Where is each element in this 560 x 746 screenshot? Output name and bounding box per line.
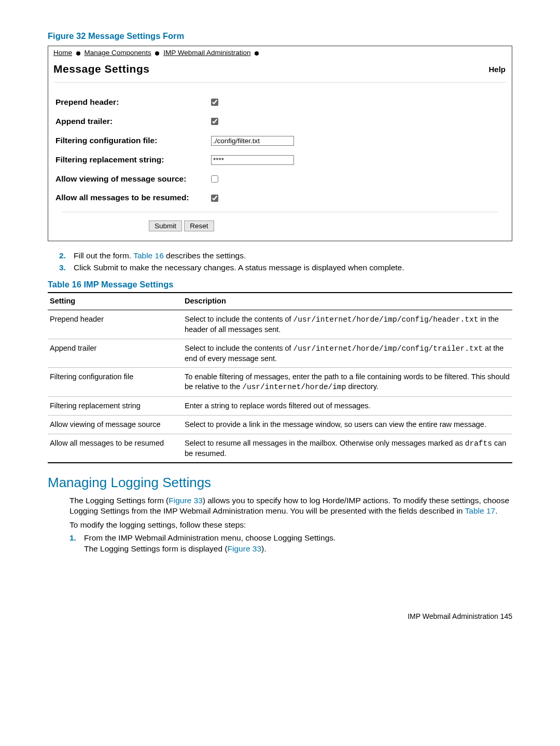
settings-table: Setting Description Prepend headerSelect… [48, 292, 512, 463]
table-row: Filtering replacement stringEnter a stri… [48, 397, 512, 416]
filter-file-label: Filtering configuration file: [55, 135, 211, 146]
submit-button[interactable]: Submit [149, 220, 182, 231]
step-1: 1. From the IMP Webmail Administration m… [69, 533, 512, 555]
step-text: Fill out the form. Table 16 describes th… [74, 251, 246, 261]
description-cell: Select to include the contents of /usr/i… [183, 339, 512, 368]
filter-file-input[interactable] [211, 136, 294, 146]
step-text: From the IMP Webmail Administration menu… [84, 533, 335, 555]
code-path: /usr/internet/horde/imp [242, 383, 346, 391]
view-source-label: Allow viewing of message source: [55, 174, 211, 185]
section-heading: Managing Logging Settings [48, 474, 512, 492]
table-row: Append trailerSelect to include the cont… [48, 339, 512, 368]
prepend-header-label: Prepend header: [55, 97, 211, 108]
text-line2a: The Logging Settings form is displayed ( [84, 544, 228, 553]
breadcrumb-separator-icon [155, 51, 159, 56]
table-17-link[interactable]: Table 17 [465, 506, 496, 515]
step-number: 2. [59, 251, 68, 261]
breadcrumb: Home Manage Components IMP Webmail Admin… [48, 46, 512, 59]
message-settings-form-screenshot: Home Manage Components IMP Webmail Admin… [48, 46, 512, 241]
page-footer: IMP Webmail Administration 145 [48, 612, 512, 621]
view-source-checkbox[interactable] [211, 175, 218, 183]
text: . [495, 506, 497, 515]
setting-cell: Allow viewing of message source [48, 415, 183, 434]
form-body: Prepend header: Append trailer: Filterin… [48, 88, 512, 241]
code-path: /usr/internet/horde/imp/config/trailer.t… [293, 344, 483, 353]
filter-replacement-label: Filtering replacement string: [55, 155, 211, 165]
breadcrumb-home[interactable]: Home [53, 49, 72, 57]
step-text-b: describes the settings. [164, 251, 246, 260]
breadcrumb-separator-icon [255, 51, 259, 56]
step-number: 3. [59, 263, 68, 273]
table-row: Prepend headerSelect to include the cont… [48, 310, 512, 339]
text-line1: From the IMP Webmail Administration menu… [84, 533, 335, 542]
table-row: Allow all messages to be resumedSelect t… [48, 434, 512, 463]
append-trailer-checkbox[interactable] [211, 118, 218, 125]
help-link[interactable]: Help [488, 64, 506, 75]
setting-cell: Allow all messages to be resumed [48, 434, 183, 463]
steps-list-1: 2. Fill out the form. Table 16 describes… [48, 251, 512, 273]
breadcrumb-imp-admin[interactable]: IMP Webmail Administration [163, 49, 250, 57]
setting-cell: Append trailer [48, 339, 183, 368]
divider [54, 82, 506, 82]
step-3: 3. Click Submit to make the necessary ch… [59, 263, 512, 273]
step-text-a: Fill out the form. [74, 251, 133, 260]
description-cell: Select to include the contents of /usr/i… [183, 310, 512, 339]
text: The Logging Settings form ( [69, 496, 169, 505]
table-title: Table 16 IMP Message Settings [48, 279, 512, 290]
setting-cell: Prepend header [48, 310, 183, 339]
th-setting: Setting [48, 293, 183, 310]
breadcrumb-separator-icon [76, 51, 80, 56]
prepend-header-checkbox[interactable] [211, 99, 218, 106]
step-text: Click Submit to make the necessary chang… [74, 263, 404, 273]
steps-list-2: 1. From the IMP Webmail Administration m… [48, 533, 512, 555]
setting-cell: Filtering replacement string [48, 397, 183, 416]
figure-33-link[interactable]: Figure 33 [169, 496, 202, 505]
description-cell: To enable filtering of messages, enter t… [183, 368, 512, 397]
resume-all-label: Allow all messages to be resumed: [55, 192, 211, 203]
table-16-link[interactable]: Table 16 [133, 251, 164, 260]
description-cell: Select to provide a link in the message … [183, 415, 512, 434]
table-row: Filtering configuration fileTo enable fi… [48, 368, 512, 397]
filter-replacement-input[interactable] [211, 155, 294, 165]
append-trailer-label: Append trailer: [55, 116, 211, 127]
text-line2b: ). [261, 544, 266, 553]
logging-intro-paragraph: The Logging Settings form (Figure 33) al… [69, 495, 512, 517]
resume-all-checkbox[interactable] [211, 195, 218, 202]
description-cell: Select to resume all messages in the mai… [183, 434, 512, 463]
description-cell: Enter a string to replace words filtered… [183, 397, 512, 416]
reset-button[interactable]: Reset [184, 220, 214, 231]
table-row: Allow viewing of message sourceSelect to… [48, 415, 512, 434]
code-path: /usr/internet/horde/imp/config/header.tx… [293, 315, 479, 324]
step-2: 2. Fill out the form. Table 16 describes… [59, 251, 512, 261]
figure-33-link[interactable]: Figure 33 [228, 544, 261, 553]
page-title: Message Settings [53, 62, 149, 76]
step-number: 1. [69, 533, 79, 555]
th-description: Description [183, 293, 512, 310]
figure-title: Figure 32 Message Settings Form [48, 30, 512, 42]
breadcrumb-manage-components[interactable]: Manage Components [85, 49, 151, 57]
code-path: drafts [465, 439, 492, 448]
setting-cell: Filtering configuration file [48, 368, 183, 397]
logging-steps-intro: To modify the logging settings, follow t… [69, 520, 512, 531]
divider [62, 212, 498, 212]
